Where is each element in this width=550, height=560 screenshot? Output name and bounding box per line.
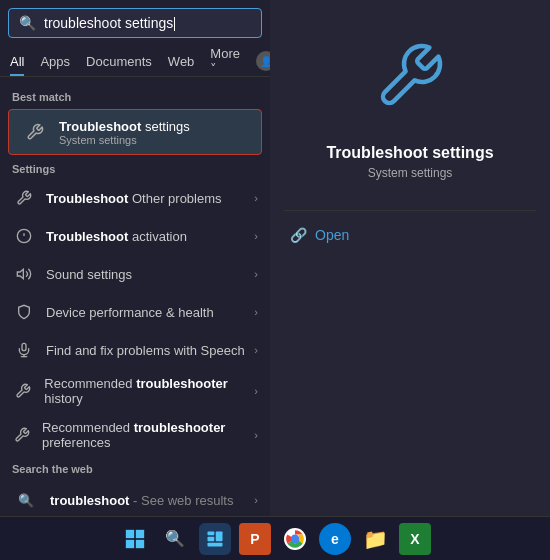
best-match-item[interactable]: Troubleshoot settings System settings xyxy=(8,109,262,155)
tab-web[interactable]: Web xyxy=(168,48,195,75)
settings-item-troubleshooter-history[interactable]: Recommended troubleshooter history › xyxy=(0,369,270,413)
search-icon: 🔍 xyxy=(19,15,36,31)
svg-point-17 xyxy=(291,535,299,543)
taskbar-widgets-icon[interactable] xyxy=(199,523,231,555)
chevron-icon-7: › xyxy=(254,429,258,441)
tab-documents[interactable]: Documents xyxy=(86,48,152,75)
taskbar-search-icon[interactable]: 🔍 xyxy=(159,523,191,555)
web-search-icon: 🔍 xyxy=(12,486,40,514)
best-match-text: Troubleshoot settings System settings xyxy=(59,119,190,146)
svg-rect-9 xyxy=(126,539,134,547)
item-title-device: Device performance & health xyxy=(46,305,214,320)
settings-item-troubleshoot-other[interactable]: Troubleshoot Other problems › xyxy=(0,179,270,217)
mic-icon xyxy=(12,338,36,362)
tab-all[interactable]: All xyxy=(10,48,24,75)
chevron-icon-web: › xyxy=(254,494,258,506)
svg-rect-13 xyxy=(216,531,223,541)
shield-icon xyxy=(12,300,36,324)
troubleshoot-settings-icon xyxy=(21,118,49,146)
best-match-subtitle: System settings xyxy=(59,134,190,146)
right-panel-subtitle: System settings xyxy=(368,166,453,180)
windows-icon[interactable] xyxy=(119,523,151,555)
wrench-icon-3 xyxy=(12,423,32,447)
settings-item-activation[interactable]: Troubleshoot activation › xyxy=(0,217,270,255)
taskbar-powerpoint-icon[interactable]: P xyxy=(239,523,271,555)
right-panel-title: Troubleshoot settings xyxy=(326,144,493,162)
right-panel: Troubleshoot settings System settings 🔗 … xyxy=(270,0,550,520)
right-panel-divider xyxy=(284,210,536,211)
open-button[interactable]: 🔗 Open xyxy=(270,227,349,243)
svg-marker-3 xyxy=(17,270,23,279)
tab-more[interactable]: More ˅ xyxy=(210,46,240,76)
svg-rect-10 xyxy=(136,539,144,547)
chevron-icon-1: › xyxy=(254,192,258,204)
item-title-sound: Sound settings xyxy=(46,267,132,282)
svg-rect-11 xyxy=(208,531,215,535)
svg-rect-14 xyxy=(208,542,223,546)
taskbar-folder-icon[interactable]: 📁 xyxy=(359,523,391,555)
chevron-icon-4: › xyxy=(254,306,258,318)
item-title-speech: Find and fix problems with Speech xyxy=(46,343,245,358)
best-match-title: Troubleshoot settings xyxy=(59,119,190,134)
item-title-activation: Troubleshoot activation xyxy=(46,229,187,244)
web-search-label: Search the web xyxy=(0,457,270,479)
chevron-icon-3: › xyxy=(254,268,258,280)
search-window: 🔍 troubleshoot settings All Apps Documen… xyxy=(0,0,270,520)
search-query-rest: settings xyxy=(121,15,173,31)
web-search-item[interactable]: 🔍 troubleshoot - See web results › xyxy=(0,479,270,520)
right-panel-icon xyxy=(374,40,446,128)
item-title-other: Troubleshoot Other problems xyxy=(46,191,222,206)
chevron-icon-5: › xyxy=(254,344,258,356)
svg-rect-8 xyxy=(136,529,144,537)
search-results: Best match Troubleshoot settings System … xyxy=(0,77,270,520)
open-link-icon: 🔗 xyxy=(290,227,307,243)
chevron-icon-6: › xyxy=(254,385,258,397)
wrench-icon-2 xyxy=(12,379,34,403)
taskbar: 🔍 P e 📁 X xyxy=(0,516,550,560)
open-button-label: Open xyxy=(315,227,349,243)
web-search-text: troubleshoot - See web results xyxy=(50,493,233,508)
taskbar-excel-icon[interactable]: X xyxy=(399,523,431,555)
circle-exclaim-icon xyxy=(12,224,36,248)
wrench-icon-1 xyxy=(12,186,36,210)
settings-item-device-health[interactable]: Device performance & health › xyxy=(0,293,270,331)
svg-rect-12 xyxy=(208,536,215,541)
best-match-label: Best match xyxy=(0,85,270,107)
taskbar-chrome-icon[interactable] xyxy=(279,523,311,555)
speaker-icon xyxy=(12,262,36,286)
search-input[interactable]: troubleshoot settings xyxy=(44,15,175,31)
item-title-troubleshooter-prefs: Recommended troubleshooter preferences xyxy=(42,420,254,450)
search-cursor xyxy=(174,17,175,31)
chevron-icon-2: › xyxy=(254,230,258,242)
taskbar-edge-icon[interactable]: e xyxy=(319,523,351,555)
settings-item-speech[interactable]: Find and fix problems with Speech › xyxy=(0,331,270,369)
svg-rect-4 xyxy=(22,344,26,351)
item-title-troubleshooter-history: Recommended troubleshooter history xyxy=(44,376,254,406)
search-bar[interactable]: 🔍 troubleshoot settings xyxy=(8,8,262,38)
search-query-bold: troubleshoot xyxy=(44,15,121,31)
settings-section-label: Settings xyxy=(0,157,270,179)
settings-item-troubleshooter-prefs[interactable]: Recommended troubleshooter preferences › xyxy=(0,413,270,457)
nav-tabs: All Apps Documents Web More ˅ 👤 ··· xyxy=(0,46,270,77)
tab-apps[interactable]: Apps xyxy=(40,48,70,75)
settings-item-sound[interactable]: Sound settings › xyxy=(0,255,270,293)
svg-rect-7 xyxy=(126,529,134,537)
